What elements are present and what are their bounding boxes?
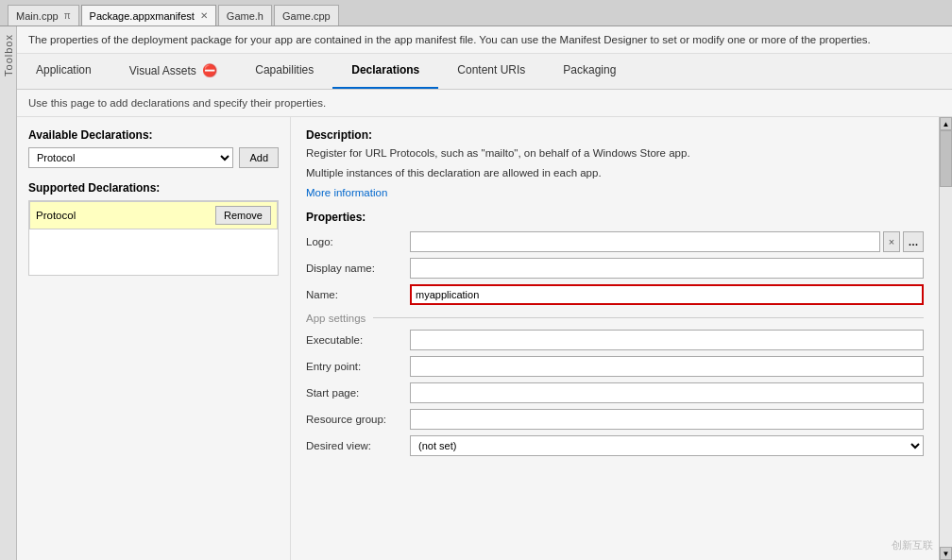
description-text1: Register for URL Protocols, such as "mai… [306, 145, 924, 161]
start-page-input[interactable] [410, 382, 924, 403]
tab-main-cpp[interactable]: Main.cpp π [8, 5, 79, 25]
desired-view-label: Desired view: [306, 440, 410, 451]
visual-assets-error-icon: ⛔ [202, 63, 217, 77]
tab-visual-assets[interactable]: Visual Assets ⛔ [110, 54, 237, 89]
desired-view-row: Desired view: (not set) Default UseLess … [306, 435, 924, 456]
available-declarations-dropdown[interactable]: Protocol Background Tasks File Type Asso… [28, 147, 233, 168]
desired-view-input-wrapper: (not set) Default UseLess UseHalf UseMor… [410, 435, 924, 456]
display-name-row: Display name: [306, 258, 924, 279]
entry-point-row: Entry point: [306, 356, 924, 377]
logo-input[interactable] [410, 231, 880, 252]
toolbox-strip[interactable]: Toolbox [0, 26, 17, 560]
logo-clear-icon: × [889, 236, 894, 247]
properties-label: Properties: [306, 211, 924, 224]
resource-group-label: Resource group: [306, 414, 410, 425]
scrollbar-down-button[interactable]: ▼ [940, 547, 952, 560]
logo-clear-button[interactable]: × [883, 231, 900, 252]
tab-declarations-label: Declarations [351, 63, 419, 76]
tab-game-h-label: Game.h [227, 10, 264, 22]
executable-label: Executable: [306, 334, 410, 346]
resource-group-input-wrapper [410, 409, 924, 430]
tab-game-cpp[interactable]: Game.cpp [274, 5, 339, 25]
name-label: Name: [306, 289, 410, 300]
resource-group-input[interactable] [410, 409, 924, 430]
tab-declarations[interactable]: Declarations [332, 54, 438, 89]
content-description-text: Use this page to add declarations and sp… [28, 97, 326, 109]
tab-packaging[interactable]: Packaging [544, 54, 635, 89]
entry-point-input-wrapper [410, 356, 924, 377]
tab-main-cpp-label: Main.cpp [16, 10, 59, 22]
logo-browse-icon: … [909, 236, 919, 247]
app-settings-header: App settings [306, 313, 924, 324]
executable-input[interactable] [410, 330, 924, 350]
info-bar-text: The properties of the deployment package… [28, 34, 871, 45]
supported-declarations-label: Supported Declarations: [28, 181, 279, 195]
scrollbar-track[interactable] [940, 130, 952, 547]
logo-row: Logo: × … [306, 231, 924, 252]
tab-package-appxmanifest-close[interactable]: ✕ [200, 10, 208, 21]
left-panel: Available Declarations: Protocol Backgro… [17, 117, 291, 560]
scrollbar-thumb[interactable] [940, 130, 952, 187]
tab-application-label: Application [36, 63, 92, 76]
tab-main-cpp-close[interactable]: π [64, 10, 71, 21]
tab-capabilities-label: Capabilities [255, 63, 314, 76]
scrollbar-up-button[interactable]: ▲ [940, 117, 952, 130]
supported-declarations-list: Protocol Remove [28, 200, 279, 276]
tab-package-appxmanifest-label: Package.appxmanifest [90, 10, 195, 22]
executable-input-wrapper [410, 330, 924, 350]
declaration-item-protocol[interactable]: Protocol Remove [29, 201, 278, 229]
more-info-link[interactable]: More information [306, 187, 387, 198]
available-declarations-row: Protocol Background Tasks File Type Asso… [28, 147, 279, 168]
vertical-scrollbar[interactable]: ▲ ▼ [939, 117, 952, 560]
right-panel: Description: Register for URL Protocols,… [291, 117, 939, 560]
description-label: Description: [306, 128, 924, 142]
remove-declaration-button[interactable]: Remove [215, 206, 271, 225]
tab-capabilities[interactable]: Capabilities [236, 54, 332, 89]
logo-input-wrapper: × … [410, 231, 924, 252]
app-settings-label: App settings [306, 313, 366, 324]
name-row: Name: [306, 284, 924, 305]
logo-browse-button[interactable]: … [903, 231, 924, 252]
logo-label: Logo: [306, 236, 410, 247]
available-declarations-label: Available Declarations: [28, 128, 279, 142]
tab-content-uris[interactable]: Content URIs [438, 54, 544, 89]
name-input[interactable] [410, 284, 924, 305]
description-section: Description: Register for URL Protocols,… [306, 128, 924, 199]
properties-section: Properties: Logo: × [306, 211, 924, 456]
tab-visual-assets-label: Visual Assets [129, 64, 196, 77]
manifest-tabs: Application Visual Assets ⛔ Capabilities… [17, 54, 952, 90]
start-page-input-wrapper [410, 382, 924, 403]
info-bar: The properties of the deployment package… [17, 26, 952, 54]
tab-bar: Main.cpp π Package.appxmanifest ✕ Game.h… [0, 0, 952, 26]
display-name-label: Display name: [306, 263, 410, 274]
tab-application[interactable]: Application [17, 54, 110, 89]
start-page-row: Start page: [306, 382, 924, 403]
declaration-item-protocol-name: Protocol [36, 210, 76, 221]
content-description: Use this page to add declarations and sp… [17, 90, 952, 117]
add-declaration-button[interactable]: Add [239, 147, 279, 168]
desired-view-dropdown[interactable]: (not set) Default UseLess UseHalf UseMor… [410, 435, 924, 456]
executable-row: Executable: [306, 330, 924, 350]
resource-group-row: Resource group: [306, 409, 924, 430]
tab-package-appxmanifest[interactable]: Package.appxmanifest ✕ [81, 5, 216, 25]
tab-packaging-label: Packaging [563, 63, 616, 76]
entry-point-label: Entry point: [306, 361, 410, 372]
tab-game-cpp-label: Game.cpp [282, 10, 331, 22]
description-text2: Multiple instances of this declaration a… [306, 165, 924, 181]
tab-game-h[interactable]: Game.h [218, 5, 272, 25]
name-input-wrapper [410, 284, 924, 305]
start-page-label: Start page: [306, 387, 410, 399]
toolbox-label: Toolbox [3, 34, 14, 76]
tab-content-uris-label: Content URIs [457, 63, 525, 76]
display-name-input[interactable] [410, 258, 924, 279]
entry-point-input[interactable] [410, 356, 924, 377]
display-name-input-wrapper [410, 258, 924, 279]
